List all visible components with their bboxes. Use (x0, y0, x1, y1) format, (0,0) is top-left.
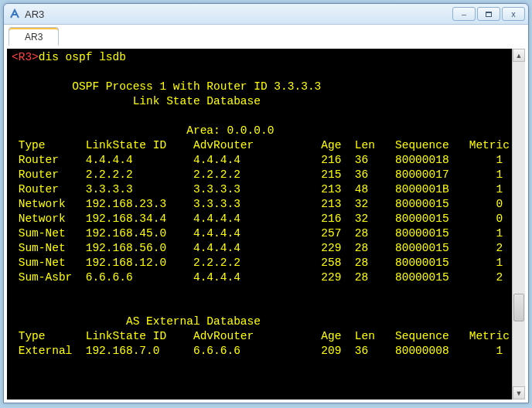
maximize-button[interactable] (477, 7, 500, 21)
terminal-panel: <R3>dis ospf lsdb OSPF Process 1 with Ro… (4, 46, 528, 403)
command-text: dis ospf lsdb (39, 51, 126, 63)
window-title: AR3 (25, 8, 451, 20)
ext-row: External 192.168.7.0 6.6.6.6 209 36 8000… (19, 345, 503, 357)
scroll-thumb[interactable] (513, 294, 524, 321)
row: Network 192.168.23.3 3.3.3.3 213 32 8000… (19, 198, 503, 210)
terminal-text: <R3>dis ospf lsdb OSPF Process 1 with Ro… (12, 50, 507, 359)
row: Router 3.3.3.3 3.3.3.3 213 48 8000001B 1 (19, 183, 503, 196)
row: Network 192.168.34.4 4.4.4.4 216 32 8000… (19, 212, 503, 225)
area-line: Area: 0.0.0.0 (186, 124, 274, 137)
tab-strip: AR3 (4, 24, 528, 46)
ospf-process-line: OSPF Process 1 with Router ID 3.3.3.3 (72, 80, 321, 93)
row: Sum-Net 192.168.56.0 4.4.4.4 229 28 8000… (19, 242, 503, 254)
scroll-track[interactable] (513, 62, 525, 386)
close-button[interactable]: x (502, 7, 525, 21)
terminal-output[interactable]: <R3>dis ospf lsdb OSPF Process 1 with Ro… (7, 49, 512, 400)
app-window: AR3 – x AR3 <R3>dis ospf lsdb OSPF Proce… (3, 3, 529, 403)
vertical-scrollbar[interactable]: ▲ ▼ (512, 49, 525, 400)
minimize-button[interactable]: – (452, 7, 476, 21)
lsdb-title: Link State Database (133, 95, 261, 107)
ext-db-title: AS External Database (126, 315, 261, 328)
row: Sum-Net 192.168.45.0 4.4.4.4 257 28 8000… (19, 227, 503, 240)
scroll-down-button[interactable]: ▼ (513, 386, 525, 400)
titlebar[interactable]: AR3 – x (4, 4, 528, 24)
tab-ar3[interactable]: AR3 (9, 27, 59, 46)
tab-label: AR3 (25, 32, 43, 42)
table-header: Type LinkState ID AdvRouter Age Len Sequ… (19, 139, 510, 151)
row: Sum-Net 192.168.12.0 2.2.2.2 258 28 8000… (19, 257, 503, 269)
scroll-up-button[interactable]: ▲ (513, 49, 525, 62)
row: Router 2.2.2.2 2.2.2.2 215 36 80000017 1 (19, 168, 503, 181)
row: Sum-Asbr 6.6.6.6 4.4.4.4 229 28 80000015… (19, 271, 503, 284)
ext-header: Type LinkState ID AdvRouter Age Len Sequ… (19, 330, 510, 342)
app-icon (9, 8, 21, 20)
row: Router 4.4.4.4 4.4.4.4 216 36 80000018 1 (19, 154, 503, 166)
prompt-host: <R3> (12, 51, 39, 63)
